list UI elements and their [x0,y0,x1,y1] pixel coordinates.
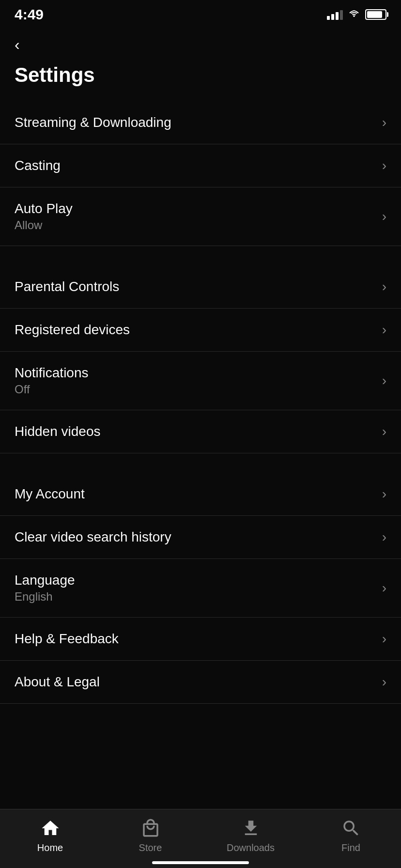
chevron-right-icon: › [382,529,386,545]
page-title: Settings [0,59,401,101]
signal-bar-3 [336,12,339,20]
nav-item-home[interactable]: Home [0,817,100,853]
settings-item-subtitle: Off [15,383,374,396]
settings-item-language[interactable]: Language English › [0,559,401,618]
settings-item-title: Streaming & Downloading [15,115,374,130]
back-chevron-icon: ‹ [15,36,20,53]
chevron-right-icon: › [382,580,386,596]
settings-item-help-feedback[interactable]: Help & Feedback › [0,618,401,661]
nav-label-find: Find [341,842,360,853]
store-icon [138,817,163,839]
settings-item-content: Casting [15,158,374,173]
chevron-right-icon: › [382,115,386,130]
settings-item-content: Auto Play Allow [15,201,374,232]
settings-item-my-account[interactable]: My Account › [0,473,401,516]
home-icon [38,817,63,839]
settings-item-title: Language [15,573,374,588]
chevron-right-icon: › [382,486,386,502]
nav-item-store[interactable]: Store [100,817,200,853]
signal-bar-2 [331,14,334,20]
nav-label-store: Store [139,842,162,853]
signal-bars-icon [327,9,343,20]
signal-bar-4 [340,10,343,20]
settings-item-title: Clear video search history [15,529,374,545]
settings-item-content: About & Legal [15,674,374,690]
settings-item-about-legal[interactable]: About & Legal › [0,661,401,704]
status-time: 4:49 [15,6,44,23]
settings-item-subtitle: Allow [15,218,374,232]
nav-item-downloads[interactable]: Downloads [200,817,301,853]
settings-item-content: Help & Feedback [15,631,374,647]
home-indicator [152,861,249,864]
chevron-right-icon: › [382,209,386,224]
back-button[interactable]: ‹ [0,26,401,59]
chevron-right-icon: › [382,279,386,294]
settings-item-content: Clear video search history [15,529,374,545]
settings-item-title: My Account [15,486,374,502]
settings-item-content: Registered devices [15,322,374,338]
settings-item-content: Notifications Off [15,365,374,396]
settings-item-subtitle: English [15,590,374,604]
settings-item-content: Language English [15,573,374,604]
chevron-right-icon: › [382,373,386,388]
nav-label-home: Home [37,842,63,853]
settings-item-registered-devices[interactable]: Registered devices › [0,309,401,352]
settings-item-notifications[interactable]: Notifications Off › [0,352,401,410]
nav-item-find[interactable]: Find [301,817,401,853]
settings-item-content: Hidden videos [15,424,374,439]
settings-item-streaming-downloading[interactable]: Streaming & Downloading › [0,101,401,144]
wifi-icon [348,9,360,20]
settings-item-title: Auto Play [15,201,374,217]
signal-bar-1 [327,16,330,20]
nav-label-downloads: Downloads [227,842,275,853]
settings-item-hidden-videos[interactable]: Hidden videos › [0,410,401,453]
settings-item-title: Registered devices [15,322,374,338]
chevron-right-icon: › [382,424,386,439]
settings-item-title: Casting [15,158,374,173]
settings-item-clear-video-search-history[interactable]: Clear video search history › [0,516,401,559]
chevron-right-icon: › [382,631,386,647]
settings-item-content: Parental Controls [15,279,374,294]
settings-item-title: Hidden videos [15,424,374,439]
settings-section: Streaming & Downloading › Casting › Auto… [0,101,401,704]
downloads-icon [238,817,263,839]
settings-group-2: Parental Controls › Registered devices ›… [0,265,401,453]
settings-item-title: About & Legal [15,674,374,690]
settings-item-parental-controls[interactable]: Parental Controls › [0,265,401,309]
battery-icon [365,9,386,20]
settings-item-title: Parental Controls [15,279,374,294]
battery-fill [367,11,382,18]
status-icons [327,9,386,20]
settings-item-title: Help & Feedback [15,631,374,647]
find-icon [339,817,364,839]
settings-group-3: My Account › Clear video search history … [0,473,401,704]
status-bar: 4:49 [0,0,401,26]
settings-item-auto-play[interactable]: Auto Play Allow › [0,187,401,246]
settings-item-content: Streaming & Downloading [15,115,374,130]
chevron-right-icon: › [382,158,386,173]
bottom-nav: Home Store Downloads Find [0,809,401,868]
chevron-right-icon: › [382,674,386,690]
chevron-right-icon: › [382,322,386,338]
settings-item-content: My Account [15,486,374,502]
settings-item-casting[interactable]: Casting › [0,144,401,187]
settings-group-1: Streaming & Downloading › Casting › Auto… [0,101,401,246]
settings-item-title: Notifications [15,365,374,381]
